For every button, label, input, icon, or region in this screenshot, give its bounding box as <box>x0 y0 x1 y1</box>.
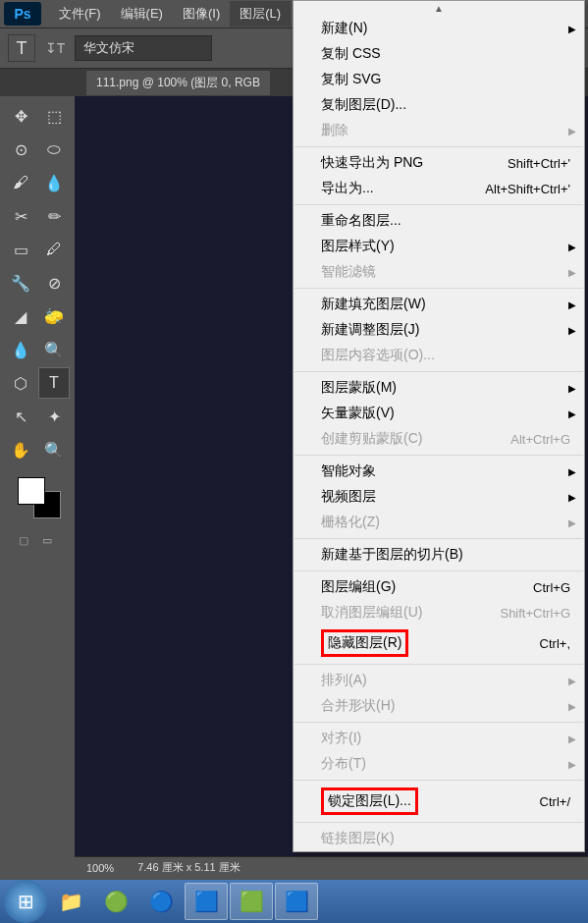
submenu-arrow-icon: ▶ <box>568 466 576 477</box>
tool-button[interactable]: ✦ <box>38 401 70 432</box>
menu-item: 排列(A)▶ <box>294 668 584 693</box>
menu-item: 链接图层(K) <box>294 826 584 851</box>
menu-item-label: 快速导出为 PNG <box>321 154 508 172</box>
menu-item[interactable]: 视频图层▶ <box>294 484 584 510</box>
menu-item[interactable]: 矢量蒙版(V)▶ <box>294 401 584 426</box>
screenmode-icon[interactable]: ▭ <box>37 532 57 548</box>
menu-item: 对齐(I)▶ <box>294 726 584 751</box>
submenu-arrow-icon: ▶ <box>568 267 576 278</box>
menu-item[interactable]: 新建基于图层的切片(B) <box>294 542 584 568</box>
submenu-arrow-icon: ▶ <box>568 676 576 686</box>
tool-button[interactable]: 🧽 <box>38 300 70 332</box>
quickmask-icon[interactable]: ▢ <box>14 532 33 548</box>
menu-item[interactable]: 复制 SVG <box>294 67 584 92</box>
taskbar-app-icon[interactable]: 🔵 <box>139 883 183 920</box>
menu-item-label: 新建基于图层的切片(B) <box>321 546 570 564</box>
taskbar-app-icon[interactable]: 🟢 <box>94 883 137 920</box>
taskbar-app-icon[interactable]: 🟦 <box>275 883 318 920</box>
tool-button[interactable]: 🖊 <box>38 234 70 265</box>
tool-button[interactable]: ✏ <box>38 200 70 232</box>
menu-item-label: 分布(T) <box>321 755 570 773</box>
tool-button[interactable]: ✂ <box>5 200 36 232</box>
menu-image[interactable]: 图像(I) <box>173 1 230 27</box>
menu-separator <box>294 664 583 665</box>
taskbar-photoshop-icon[interactable]: 🟦 <box>185 883 228 920</box>
menu-separator <box>294 570 583 571</box>
menu-shortcut: Shift+Ctrl+' <box>508 156 570 171</box>
menu-item: 合并形状(H)▶ <box>294 693 584 719</box>
menu-item-label: 锁定图层(L)... <box>321 787 540 815</box>
menu-item[interactable]: 智能对象▶ <box>294 459 584 484</box>
menu-item[interactable]: 新建填充图层(W)▶ <box>294 292 584 317</box>
font-family-field[interactable]: 华文仿宋 <box>75 35 212 61</box>
submenu-arrow-icon: ▶ <box>568 24 576 34</box>
menu-item: 图层内容选项(O)... <box>294 343 584 368</box>
tool-button[interactable]: 💧 <box>38 167 70 198</box>
windows-taskbar: ⊞ 📁 🟢 🔵 🟦 🟩 🟦 <box>0 880 588 923</box>
taskbar-explorer-icon[interactable]: 📁 <box>49 883 92 920</box>
tool-button[interactable]: T <box>38 367 70 399</box>
tool-button[interactable]: ✋ <box>5 434 36 465</box>
tool-button[interactable]: 🔍 <box>38 434 70 465</box>
tool-button[interactable]: ◢ <box>5 300 36 332</box>
menu-separator <box>294 371 583 372</box>
menu-item: 栅格化(Z)▶ <box>294 510 584 535</box>
menu-separator <box>294 822 583 823</box>
tool-button[interactable]: ⬚ <box>38 100 70 132</box>
menu-edit[interactable]: 编辑(E) <box>111 1 173 27</box>
menu-separator <box>294 455 583 456</box>
tool-button[interactable]: ⊘ <box>38 267 70 299</box>
menu-shortcut: Ctrl+G <box>533 580 570 595</box>
menu-item-label: 复制 CSS <box>321 45 570 63</box>
menu-item[interactable]: 导出为...Alt+Shift+Ctrl+' <box>294 176 584 201</box>
text-orientation-icon[interactable]: ↧T <box>43 36 67 60</box>
tool-button[interactable]: ▭ <box>5 234 36 265</box>
submenu-arrow-icon: ▶ <box>568 701 576 712</box>
tools-panel: ✥⬚⊙⬭🖌💧✂✏▭🖊🔧⊘◢🧽💧🔍⬡T↖✦✋🔍 ▢ ▭ <box>0 96 75 877</box>
menu-item[interactable]: 快速导出为 PNGShift+Ctrl+' <box>294 150 584 176</box>
tool-button[interactable]: ⬭ <box>38 134 70 165</box>
menu-item-label: 视频图层 <box>321 488 570 506</box>
taskbar-app-icon[interactable]: 🟩 <box>230 883 273 920</box>
menu-item[interactable]: 锁定图层(L)...Ctrl+/ <box>294 784 584 819</box>
menu-separator <box>294 204 583 205</box>
submenu-arrow-icon: ▶ <box>568 408 576 419</box>
tool-button[interactable]: ⊙ <box>5 134 36 165</box>
menu-item-label: 图层编组(G) <box>321 578 533 596</box>
menu-shortcut: Alt+Ctrl+G <box>510 432 570 447</box>
tool-button[interactable]: ↖ <box>5 401 36 432</box>
menu-item[interactable]: 复制图层(D)... <box>294 92 584 118</box>
tool-button[interactable]: 🔧 <box>5 267 36 299</box>
menu-item-label: 图层内容选项(O)... <box>321 347 570 364</box>
menu-separator <box>294 146 583 147</box>
menu-item[interactable]: 图层编组(G)Ctrl+G <box>294 574 584 600</box>
foreground-color[interactable] <box>18 477 45 505</box>
menu-item: 删除▶ <box>294 118 584 143</box>
color-swatches[interactable] <box>4 477 71 520</box>
menu-item-label: 新建(N) <box>321 20 570 37</box>
submenu-arrow-icon: ▶ <box>568 733 576 744</box>
menu-item[interactable]: 新建调整图层(J)▶ <box>294 317 584 343</box>
menu-item[interactable]: 隐藏图层(R)Ctrl+, <box>294 625 584 661</box>
menu-item[interactable]: 图层蒙版(M)▶ <box>294 375 584 401</box>
menu-item[interactable]: 图层样式(Y)▶ <box>294 234 584 259</box>
submenu-arrow-icon: ▶ <box>568 517 576 528</box>
start-button[interactable]: ⊞ <box>4 880 47 923</box>
tool-button[interactable]: ⬡ <box>5 367 36 399</box>
menu-item-label: 对齐(I) <box>321 730 570 747</box>
tool-button[interactable]: 🔍 <box>38 334 70 365</box>
menu-item-label: 隐藏图层(R) <box>321 629 540 657</box>
menu-layer[interactable]: 图层(L) <box>230 1 291 27</box>
menu-file[interactable]: 文件(F) <box>49 1 111 27</box>
zoom-level[interactable]: 100% <box>86 862 114 874</box>
document-tab[interactable]: 111.png @ 100% (图层 0, RGB <box>86 71 270 95</box>
current-tool-icon[interactable]: T <box>8 34 35 62</box>
menu-scroll-up-icon[interactable]: ▲ <box>294 1 584 16</box>
tool-button[interactable]: 🖌 <box>5 167 36 198</box>
menu-item[interactable]: 新建(N)▶ <box>294 16 584 41</box>
menu-item-label: 图层样式(Y) <box>321 238 570 255</box>
menu-item[interactable]: 复制 CSS <box>294 41 584 67</box>
tool-button[interactable]: ✥ <box>5 100 36 132</box>
menu-item[interactable]: 重命名图层... <box>294 208 584 234</box>
tool-button[interactable]: 💧 <box>5 334 36 365</box>
